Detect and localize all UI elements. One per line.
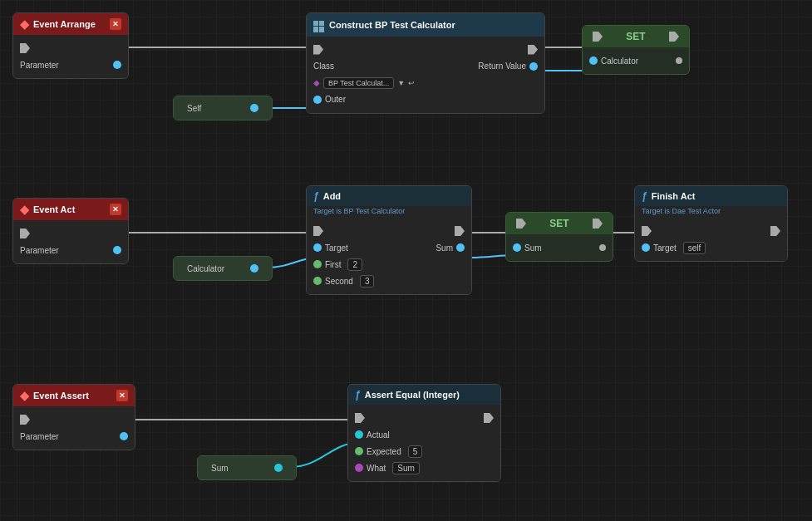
sum-row: Sum — [204, 460, 289, 476]
event-act-param-row: Parameter — [13, 242, 128, 258]
actual-in-pin — [355, 430, 363, 439]
assert-exec-out — [484, 413, 494, 423]
assert-equal-header: ƒ Assert Equal (Integer) — [348, 385, 500, 405]
set2-node[interactable]: SET Sum — [505, 212, 613, 262]
f-icon: ƒ — [313, 190, 319, 202]
construct-outer-row: Outer — [307, 91, 544, 108]
exec-out-pin — [528, 45, 538, 55]
target-in-pin — [313, 243, 322, 252]
second-in-pin — [313, 277, 322, 285]
grid-icon — [313, 17, 325, 32]
event-arrange-param-label: Parameter — [20, 61, 59, 70]
finish-act-header: ƒ Finish Act — [635, 186, 787, 206]
set1-exec-out-pin — [669, 32, 679, 42]
self-label: Self — [187, 104, 201, 113]
sum-body: Sum — [198, 456, 296, 479]
set1-out-pin — [676, 57, 682, 64]
sum-out-pin — [456, 243, 465, 252]
calc-label: Calculator — [187, 264, 224, 273]
what-val[interactable]: Sum — [392, 462, 420, 474]
set2-sum-row: Sum — [506, 239, 613, 256]
construct-bp-node[interactable]: Construct BP Test Calculator Class Retur… — [306, 12, 545, 114]
finish-act-subtitle: Target is Dae Test Actor — [635, 206, 787, 218]
finish-target-row: Target self — [635, 239, 787, 256]
add-target-row: Target Sum — [307, 239, 471, 256]
assert-exec-in — [355, 413, 365, 423]
add-first-row: First 2 — [307, 256, 471, 273]
expected-val[interactable]: 5 — [408, 445, 423, 458]
calc-row: Calculator — [180, 260, 265, 277]
set1-node[interactable]: SET Calculator — [582, 25, 690, 75]
close-icon[interactable]: ✕ — [110, 18, 121, 30]
self-row: Self — [180, 100, 265, 116]
event-act-param-label: Parameter — [20, 246, 59, 255]
event-assert-header: ◆ Event Assert ✕ — [13, 385, 135, 406]
set1-calc-row: Calculator — [583, 52, 689, 69]
finish-act-body: Target self — [635, 218, 787, 261]
event-act-exec-row — [13, 225, 128, 242]
event-assert-node[interactable]: ◆ Event Assert ✕ Parameter — [12, 384, 135, 450]
event-assert-body: Parameter — [13, 406, 135, 450]
construct-exec-row — [307, 42, 544, 58]
what-in-pin — [355, 464, 363, 472]
what-label: What — [367, 464, 386, 473]
add-second-label: Second — [325, 277, 353, 286]
construct-class-label: Class — [313, 61, 334, 71]
event-act-node[interactable]: ◆ Event Act ✕ Parameter — [12, 198, 129, 264]
add-exec-out — [455, 226, 465, 236]
calculator-node: Calculator — [173, 256, 273, 281]
calc-out-pin — [250, 264, 258, 273]
finish-act-node[interactable]: ƒ Finish Act Target is Dae Test Actor Ta… — [634, 185, 788, 262]
finish-target-label: Target — [653, 243, 677, 253]
close-icon2[interactable]: ✕ — [110, 204, 121, 215]
second-val[interactable]: 3 — [360, 275, 375, 288]
outer-label: Outer — [325, 95, 346, 104]
self-body: Self — [174, 96, 272, 120]
set2-title: SET — [531, 218, 588, 229]
set1-header: SET — [583, 26, 689, 47]
add-node[interactable]: ƒ Add Target is BP Test Calculator Targe… — [306, 185, 472, 295]
event-assert-title: Event Assert — [33, 391, 89, 401]
event-arrange-title: Event Arrange — [33, 19, 96, 29]
event-assert-param-label: Parameter — [20, 432, 59, 441]
assert-equal-body: Actual Expected 5 What Sum — [348, 405, 500, 481]
add-body: Target Sum First 2 Second 3 — [307, 218, 471, 294]
finish-target-val[interactable]: self — [683, 242, 706, 254]
assert-expected-row: Expected 5 — [348, 443, 500, 460]
first-in-pin — [313, 260, 322, 268]
actual-label: Actual — [367, 430, 390, 440]
assert-exec-row — [348, 410, 500, 426]
exec-in-pin — [313, 45, 323, 55]
set1-exec-in-pin — [593, 32, 603, 42]
expected-label: Expected — [367, 447, 401, 456]
add-target-label: Target — [325, 243, 348, 253]
set2-out-pin — [599, 244, 606, 251]
first-val[interactable]: 2 — [347, 258, 362, 271]
f-icon2: ƒ — [642, 190, 647, 202]
param-out-pin3 — [120, 432, 128, 440]
event-assert-param-row: Parameter — [13, 428, 135, 445]
add-exec-row — [307, 223, 471, 239]
close-icon3[interactable]: ✕ — [116, 390, 128, 401]
event-act-title: Event Act — [33, 204, 75, 214]
self-node: Self — [173, 96, 273, 120]
set1-title: SET — [608, 31, 664, 42]
construct-return-label: Return Value — [478, 61, 526, 71]
assert-equal-node[interactable]: ƒ Assert Equal (Integer) Actual Expected… — [347, 384, 501, 482]
event-arrange-header: ◆ Event Arrange ✕ — [13, 13, 128, 35]
event-act-header: ◆ Event Act ✕ — [13, 199, 128, 220]
finish-act-title: Finish Act — [652, 191, 696, 201]
set2-body: Sum — [506, 234, 613, 261]
class-dropdown-icon: ◆ — [313, 78, 320, 87]
event-arrange-node[interactable]: ◆ Event Arrange ✕ Parameter — [12, 12, 129, 79]
sum-label: Sum — [211, 464, 229, 473]
exec-out-pin2 — [20, 229, 30, 238]
set2-exec-out-pin — [593, 219, 603, 229]
event-act-body: Parameter — [13, 220, 128, 263]
calc-body: Calculator — [174, 257, 272, 280]
class-val[interactable]: BP Test Calculat... — [323, 77, 394, 89]
event-arrange-exec-row — [13, 40, 128, 57]
construct-bp-body: Class Return Value ◆ BP Test Calculat...… — [307, 37, 544, 113]
outer-in-pin — [313, 96, 322, 104]
diamond-icon3: ◆ — [20, 389, 29, 402]
